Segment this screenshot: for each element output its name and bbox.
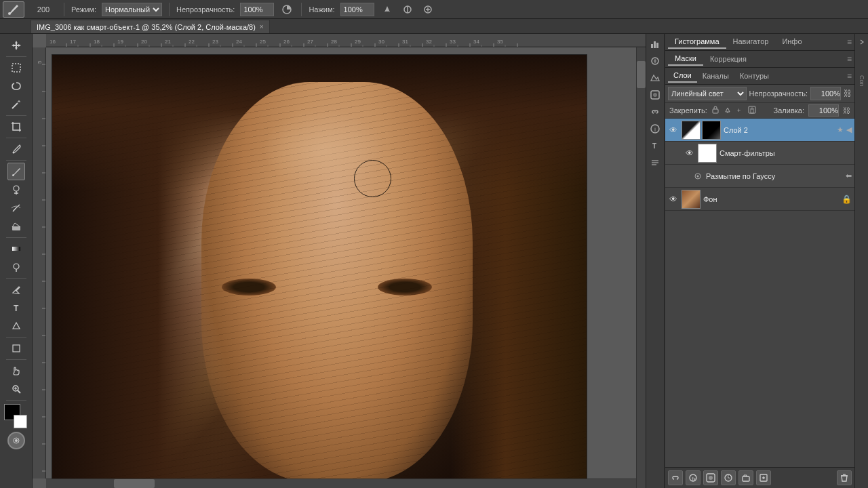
extra-icon2[interactable] [420, 2, 435, 17]
magic-wand-tool[interactable] [7, 96, 25, 113]
layer2-content-thumb [682, 121, 701, 140]
eyedropper-tool[interactable] [7, 140, 25, 158]
tab-layers[interactable]: Слои [668, 69, 697, 83]
info-mini-btn[interactable]: i [648, 121, 663, 136]
clone-stamp-tool[interactable] [7, 181, 25, 199]
opacity-label: Непрозрачность: [176, 5, 235, 14]
tab-masks[interactable]: Маски [668, 52, 703, 66]
layer-item-layer2[interactable]: 👁 Слой 2 ★ ◀ [665, 119, 854, 142]
histogram-mini-btn[interactable] [648, 37, 663, 52]
opacity-bar-input[interactable] [810, 87, 841, 100]
layer-item-fon[interactable]: 👁 Фон 🔒 [665, 188, 854, 211]
tool-sep-6 [6, 278, 26, 279]
fon-lock-icon: 🔒 [842, 195, 852, 204]
brush-tool-side[interactable] [7, 163, 25, 180]
shape-tool[interactable] [7, 340, 25, 357]
sidebar-collapse-btn[interactable] [856, 37, 867, 47]
document-tab[interactable]: IMG_3006 как смарт-объект-1 @ 35,2% (Сло… [31, 20, 270, 33]
para-mini-btn[interactable] [648, 155, 663, 170]
svg-text:20: 20 [141, 39, 147, 45]
svg-text:18: 18 [94, 39, 100, 45]
opacity-icon[interactable] [279, 2, 294, 17]
lock-position-btn[interactable] [724, 106, 732, 115]
tool-sep-9 [6, 400, 26, 401]
lct-menu-btn[interactable]: ≡ [847, 71, 852, 81]
pen-tool[interactable] [7, 281, 25, 298]
scrollbar-right[interactable] [636, 47, 646, 488]
panel-menu-btn[interactable]: ≡ [847, 37, 852, 47]
tab-navigator[interactable]: Навигатор [726, 35, 776, 49]
layer-item-smart-filters[interactable]: 👁 Смарт-фильтры [665, 142, 854, 165]
tab-paths[interactable]: Контуры [734, 70, 774, 82]
tab-corrections[interactable]: Коррекция [703, 53, 753, 65]
svg-text:22: 22 [189, 39, 195, 45]
hand-tool[interactable] [7, 362, 25, 380]
scrollbar-bottom[interactable] [46, 479, 636, 488]
opacity-input[interactable] [240, 3, 274, 16]
fill-input[interactable] [808, 104, 839, 117]
mask-mini-btn[interactable] [648, 87, 663, 102]
link-layers-btn[interactable] [668, 470, 683, 485]
pressure-icon[interactable] [380, 2, 395, 17]
layers-channels-tabs: Слои Каналы Контуры ≡ [665, 68, 854, 85]
text-tool[interactable]: T [7, 299, 25, 317]
layer-item-gaussian-blur[interactable]: Размытие по Гауссу ⬅ [665, 165, 854, 188]
tab-channels[interactable]: Каналы [697, 70, 734, 82]
gradient-tool[interactable] [7, 240, 25, 258]
quick-mask-btn[interactable] [7, 432, 25, 449]
group-layers-btn[interactable] [738, 470, 753, 485]
mc-menu-btn[interactable]: ≡ [847, 54, 852, 64]
pressure-input[interactable] [340, 3, 374, 16]
brush-tool-btn[interactable] [3, 1, 24, 18]
type-mini-btn[interactable]: T [648, 138, 663, 153]
scrollbar-thumb-right[interactable] [637, 61, 646, 88]
right-bottom-icons: fx [665, 467, 854, 488]
link-mini-btn[interactable] [648, 104, 663, 119]
gaussian-blur-extra[interactable]: ⬅ [846, 171, 852, 180]
zoom-tool[interactable] [7, 380, 25, 398]
layers-list: 👁 Слой 2 ★ ◀ 👁 Смарт-фильтры [665, 119, 854, 467]
tool-sep-2 [6, 115, 26, 116]
blend-mode-select[interactable]: Линейный свет [668, 87, 747, 100]
extra-icon1[interactable] [400, 2, 415, 17]
mode-select[interactable]: Нормальный [102, 3, 162, 16]
fill-chain-icon[interactable]: ⛓ [843, 106, 850, 115]
canvas-container [46, 47, 646, 488]
adjustment-mini-btn[interactable] [648, 54, 663, 68]
delete-layer-btn[interactable] [837, 470, 852, 485]
svg-rect-84 [33, 47, 46, 479]
move-tool[interactable] [7, 37, 25, 54]
svg-rect-119 [713, 109, 718, 113]
marquee-tool[interactable] [7, 59, 25, 77]
smart-filters-visibility[interactable]: 👁 [684, 148, 695, 159]
eraser-tool[interactable] [7, 218, 25, 235]
blend-mode-bar: Линейный свет Непрозрачность: ⛓ [665, 85, 854, 103]
gaussian-blur-visibility[interactable] [692, 171, 703, 182]
sidebar-toggle-btn[interactable]: Con [856, 64, 867, 98]
new-layer-btn[interactable] [756, 470, 771, 485]
canvas-image[interactable] [52, 54, 587, 485]
canvas-area[interactable]: 16 17 18 19 20 21 22 23 24 25 26 27 28 2… [33, 34, 646, 488]
svg-text:32: 32 [426, 39, 432, 45]
doc-tab-close[interactable]: × [260, 23, 264, 30]
tab-info[interactable]: Инфо [775, 35, 808, 49]
path-select-tool[interactable] [7, 317, 25, 335]
crop-tool[interactable] [7, 118, 25, 136]
lock-pixels-btn[interactable] [711, 106, 719, 115]
tool-sep-8 [6, 359, 26, 360]
lock-artboard-btn[interactable] [748, 106, 756, 115]
history-brush-tool[interactable] [7, 199, 25, 217]
lasso-tool[interactable] [7, 77, 25, 95]
layer2-visibility[interactable]: 👁 [668, 125, 679, 136]
tab-histogram[interactable]: Гистограмма [668, 35, 726, 49]
dodge-burn-tool[interactable] [7, 258, 25, 276]
fx-mini-btn[interactable] [648, 70, 663, 85]
adjustment-layer-btn[interactable] [721, 470, 736, 485]
lock-all-btn[interactable]: + [736, 106, 744, 115]
layer-effects-btn[interactable]: fx [686, 470, 701, 485]
fon-visibility[interactable]: 👁 [668, 194, 679, 205]
chain-icon[interactable]: ⛓ [844, 89, 852, 98]
scrollbar-thumb-bottom[interactable] [114, 479, 155, 488]
layer-mask-btn[interactable] [703, 470, 718, 485]
background-color[interactable] [14, 415, 27, 428]
